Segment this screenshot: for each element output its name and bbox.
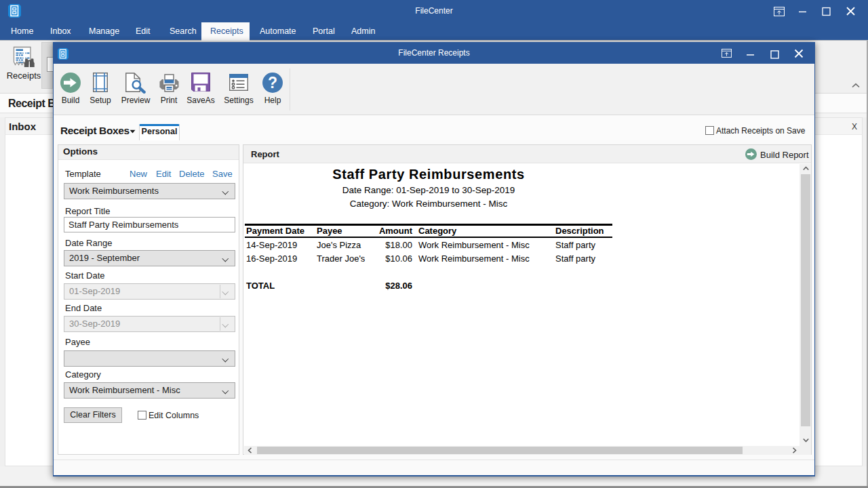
svg-text:?: ? [268, 74, 277, 92]
